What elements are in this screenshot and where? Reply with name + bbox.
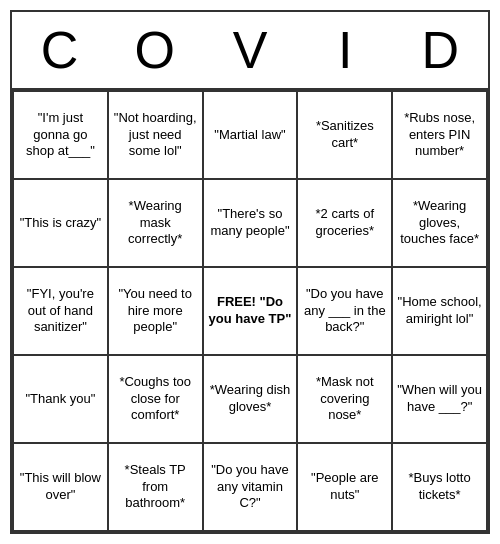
- cell-8: *2 carts of groceries*: [298, 180, 393, 268]
- cell-3: *Sanitizes cart*: [298, 92, 393, 180]
- bingo-grid: "I'm just gonna go shop at___" "Not hoar…: [12, 90, 488, 532]
- cell-14: "Home school, amiright lol": [393, 268, 488, 356]
- cell-6: *Wearing mask correctly*: [109, 180, 204, 268]
- cell-15: "Thank you": [14, 356, 109, 444]
- cell-21: *Steals TP from bathroom*: [109, 444, 204, 532]
- cell-17: *Wearing dish gloves*: [204, 356, 299, 444]
- cell-0: "I'm just gonna go shop at___": [14, 92, 109, 180]
- cell-11: "You need to hire more people": [109, 268, 204, 356]
- cell-1: "Not hoarding, just need some lol": [109, 92, 204, 180]
- cell-22: "Do you have any vitamin C?": [204, 444, 299, 532]
- cell-16: *Coughs too close for comfort*: [109, 356, 204, 444]
- cell-12-free: FREE! "Do you have TP": [204, 268, 299, 356]
- header-letter-d: D: [394, 20, 486, 80]
- cell-10: "FYI, you're out of hand sanitizer": [14, 268, 109, 356]
- cell-4: *Rubs nose, enters PIN number*: [393, 92, 488, 180]
- cell-13: "Do you have any ___ in the back?": [298, 268, 393, 356]
- cell-5: "This is crazy": [14, 180, 109, 268]
- cell-19: "When will you have ___?": [393, 356, 488, 444]
- header-letter-v: V: [204, 20, 296, 80]
- cell-24: *Buys lotto tickets*: [393, 444, 488, 532]
- cell-18: *Mask not covering nose*: [298, 356, 393, 444]
- bingo-card: C O V I D "I'm just gonna go shop at___"…: [10, 10, 490, 534]
- cell-20: "This will blow over": [14, 444, 109, 532]
- cell-9: *Wearing gloves, touches face*: [393, 180, 488, 268]
- cell-23: "People are nuts": [298, 444, 393, 532]
- cell-2: "Martial law": [204, 92, 299, 180]
- bingo-header: C O V I D: [12, 12, 488, 90]
- header-letter-i: I: [299, 20, 391, 80]
- header-letter-o: O: [109, 20, 201, 80]
- cell-7: "There's so many people": [204, 180, 299, 268]
- header-letter-c: C: [14, 20, 106, 80]
